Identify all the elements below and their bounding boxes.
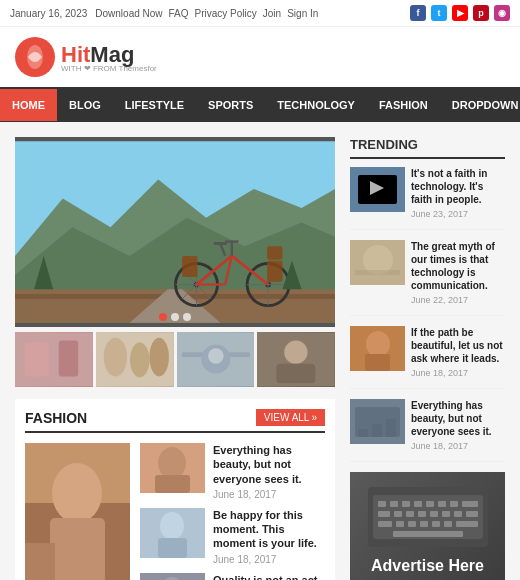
logo-mag: Mag — [90, 42, 134, 67]
fashion-main-article: FASHION If the path be beautiful, let us… — [25, 443, 130, 580]
svg-rect-55 — [158, 538, 187, 558]
nav-technology[interactable]: TECHNOLOGY — [265, 89, 367, 121]
trending-image[interactable] — [350, 326, 405, 371]
svg-point-51 — [158, 447, 186, 479]
link-faq[interactable]: FAQ — [169, 8, 189, 19]
link-download[interactable]: Download Now — [95, 8, 162, 19]
trending-item: The great myth of our times is that tech… — [350, 240, 505, 316]
trending-image[interactable] — [350, 240, 405, 285]
thumb-item[interactable] — [96, 332, 174, 387]
svg-rect-92 — [378, 521, 392, 527]
thumb-item[interactable] — [257, 332, 335, 387]
instagram-icon[interactable]: ◉ — [494, 5, 510, 21]
nav-home[interactable]: HOME — [0, 89, 57, 121]
view-all-button[interactable]: VIEW ALL — [256, 409, 325, 426]
trending-item-date: June 23, 2017 — [411, 209, 505, 219]
twitter-icon[interactable]: t — [431, 5, 447, 21]
svg-rect-86 — [406, 511, 414, 517]
fashion-item-title[interactable]: Be happy for this moment. This moment is… — [213, 508, 325, 551]
svg-point-54 — [160, 512, 184, 540]
trending-item-title[interactable]: If the path be beautiful, let us not ask… — [411, 326, 505, 365]
trending-item-text: Everything has beauty, but not everyone … — [411, 399, 505, 451]
social-icons: f t ▶ p ◉ — [410, 5, 510, 21]
fashion-item-date: June 18, 2017 — [213, 489, 325, 500]
link-signin[interactable]: Sign In — [287, 8, 318, 19]
svg-rect-93 — [396, 521, 404, 527]
fashion-item-image[interactable] — [140, 573, 205, 580]
youtube-icon[interactable]: ▶ — [452, 5, 468, 21]
section-title: FASHION — [25, 410, 87, 426]
trending-item-title[interactable]: The great myth of our times is that tech… — [411, 240, 505, 292]
trending-item-date: June 22, 2017 — [411, 295, 505, 305]
slider-dot[interactable] — [183, 313, 191, 321]
nav-lifestyle[interactable]: LIFESTYLE — [113, 89, 196, 121]
svg-rect-83 — [462, 501, 478, 507]
content-column: FASHION VIEW ALL FASHION — [15, 137, 335, 580]
trending-item-title[interactable]: Everything has beauty, but not everyone … — [411, 399, 505, 438]
svg-rect-73 — [386, 419, 396, 437]
main-content: FASHION VIEW ALL FASHION — [0, 122, 520, 580]
logo-area[interactable]: HitMag WITH ❤ FROM Themesfor — [15, 37, 157, 77]
list-item: Be happy for this moment. This moment is… — [140, 508, 325, 565]
svg-rect-89 — [442, 511, 450, 517]
svg-rect-91 — [466, 511, 478, 517]
advertisement-box[interactable]: Advertise Here 300 x 250 — [350, 472, 505, 580]
svg-rect-26 — [182, 256, 197, 277]
nav-dropdown[interactable]: DROPDOWN — [440, 89, 520, 121]
trending-image[interactable] — [350, 167, 405, 212]
svg-rect-98 — [456, 521, 478, 527]
trending-item: If the path be beautiful, let us not ask… — [350, 326, 505, 389]
thumb-item[interactable] — [177, 332, 255, 387]
svg-rect-82 — [450, 501, 458, 507]
fashion-item-image[interactable] — [140, 508, 205, 558]
top-bar-links: Download Now FAQ Privacy Policy Join Sig… — [95, 8, 318, 19]
link-privacy[interactable]: Privacy Policy — [195, 8, 257, 19]
svg-point-47 — [52, 463, 102, 523]
svg-rect-48 — [50, 518, 105, 580]
svg-rect-49 — [25, 543, 55, 580]
svg-rect-80 — [426, 501, 434, 507]
nav-blog[interactable]: BLOG — [57, 89, 113, 121]
thumb-item[interactable] — [15, 332, 93, 387]
logo-tagline: WITH ❤ FROM Themesfor — [61, 64, 157, 73]
svg-point-35 — [104, 338, 127, 377]
svg-rect-90 — [454, 511, 462, 517]
svg-rect-65 — [355, 270, 400, 275]
logo-icon — [15, 37, 55, 77]
nav-sports[interactable]: SPORTS — [196, 89, 265, 121]
svg-rect-96 — [432, 521, 440, 527]
svg-rect-32 — [25, 342, 49, 376]
svg-rect-87 — [418, 511, 426, 517]
top-bar-left: January 16, 2023 Download Now FAQ Privac… — [10, 8, 318, 19]
trending-item-title[interactable]: It's not a faith in technology. It's fai… — [411, 167, 505, 206]
fashion-item-image[interactable] — [140, 443, 205, 493]
list-item: Everything has beauty, but not everyone … — [140, 443, 325, 500]
logo-hit: Hit — [61, 42, 90, 67]
svg-rect-28 — [267, 246, 282, 259]
ad-title: Advertise Here — [360, 557, 495, 575]
hero-slider[interactable] — [15, 137, 335, 327]
svg-rect-97 — [444, 521, 452, 527]
svg-rect-33 — [59, 341, 78, 377]
pinterest-icon[interactable]: p — [473, 5, 489, 21]
svg-rect-27 — [267, 261, 282, 282]
facebook-icon[interactable]: f — [410, 5, 426, 21]
fashion-item-text: Quality is not an act, it is a habit. Ju… — [213, 573, 325, 580]
svg-rect-52 — [155, 475, 190, 493]
nav-fashion[interactable]: FASHION — [367, 89, 440, 121]
fashion-item-title[interactable]: Everything has beauty, but not everyone … — [213, 443, 325, 486]
fashion-section: FASHION VIEW ALL FASHION — [15, 399, 335, 580]
fashion-item-title[interactable]: Quality is not an act, it is a habit. — [213, 573, 325, 580]
slider-dot-active[interactable] — [159, 313, 167, 321]
svg-rect-79 — [414, 501, 422, 507]
ad-keyboard-visual — [360, 487, 495, 549]
main-nav: HOME BLOG LIFESTYLE SPORTS TECHNOLOGY FA… — [0, 87, 520, 122]
svg-rect-88 — [430, 511, 438, 517]
trending-item-text: It's not a faith in technology. It's fai… — [411, 167, 505, 219]
trending-image[interactable] — [350, 399, 405, 444]
link-join[interactable]: Join — [263, 8, 281, 19]
fashion-main-image[interactable] — [25, 443, 130, 580]
slider-dot[interactable] — [171, 313, 179, 321]
fashion-item-date: June 18, 2017 — [213, 554, 325, 565]
svg-point-36 — [130, 342, 149, 377]
